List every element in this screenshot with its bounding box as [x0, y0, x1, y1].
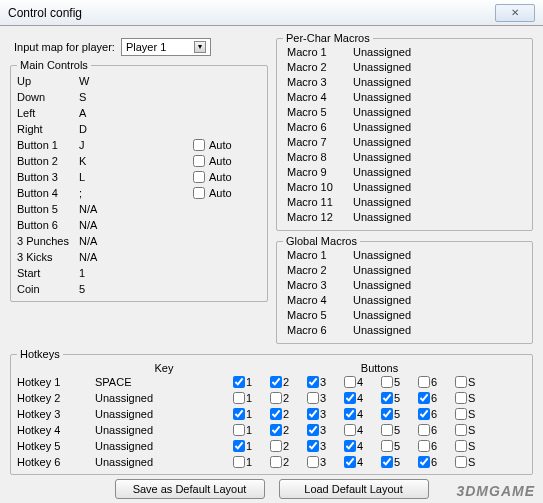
control-value[interactable]: N/A	[79, 219, 137, 231]
auto-checkbox[interactable]	[193, 139, 205, 151]
hotkey-btn-checkbox[interactable]	[418, 456, 430, 468]
hotkey-btn-checkbox[interactable]	[270, 408, 282, 420]
hotkey-btn-checkbox[interactable]	[418, 440, 430, 452]
macro-row[interactable]: Macro 12 Unassigned	[283, 211, 526, 226]
control-value[interactable]: N/A	[79, 235, 137, 247]
hotkey-btn-checkbox[interactable]	[418, 392, 430, 404]
control-value[interactable]: A	[79, 107, 137, 119]
control-value[interactable]: W	[79, 75, 137, 87]
hotkey-btn-checkbox[interactable]	[344, 424, 356, 436]
macro-row[interactable]: Macro 6 Unassigned	[283, 121, 526, 136]
macro-row[interactable]: Macro 3 Unassigned	[283, 76, 526, 91]
hotkey-btn-checkbox[interactable]	[381, 424, 393, 436]
hotkey-btn-checkbox[interactable]	[233, 376, 245, 388]
control-value[interactable]: 1	[79, 267, 137, 279]
hotkey-btn-checkbox[interactable]	[307, 456, 319, 468]
hotkey-key[interactable]: Unassigned	[95, 456, 233, 468]
control-value[interactable]: 5	[79, 283, 137, 295]
macro-row[interactable]: Macro 6 Unassigned	[283, 324, 526, 339]
hotkey-btn-checkbox[interactable]	[418, 424, 430, 436]
macro-row[interactable]: Macro 5 Unassigned	[283, 309, 526, 324]
hotkey-btn-checkbox[interactable]	[270, 392, 282, 404]
hotkey-btn-label: 5	[394, 408, 400, 420]
hotkey-btn-checkbox[interactable]	[455, 440, 467, 452]
hotkey-btn-checkbox[interactable]	[418, 376, 430, 388]
auto-checkbox[interactable]	[193, 155, 205, 167]
control-value[interactable]: S	[79, 91, 137, 103]
macro-row[interactable]: Macro 4 Unassigned	[283, 91, 526, 106]
hotkey-row: Hotkey 4 Unassigned 123456S	[17, 422, 526, 438]
hotkey-btn-checkbox[interactable]	[270, 456, 282, 468]
macro-label: Macro 9	[283, 166, 353, 181]
control-label: 3 Punches	[17, 235, 79, 247]
load-default-button[interactable]: Load Default Layout	[279, 479, 429, 499]
hotkey-btn-checkbox[interactable]	[344, 408, 356, 420]
macro-row[interactable]: Macro 7 Unassigned	[283, 136, 526, 151]
control-value[interactable]: D	[79, 123, 137, 135]
control-label: Button 4	[17, 187, 79, 199]
macro-row[interactable]: Macro 5 Unassigned	[283, 106, 526, 121]
hotkey-btn-checkbox[interactable]	[233, 440, 245, 452]
hotkey-btn-checkbox[interactable]	[270, 376, 282, 388]
macro-row[interactable]: Macro 1 Unassigned	[283, 46, 526, 61]
control-value[interactable]: N/A	[79, 203, 137, 215]
hotkey-btn-checkbox[interactable]	[344, 392, 356, 404]
macro-row[interactable]: Macro 2 Unassigned	[283, 61, 526, 76]
save-default-button[interactable]: Save as Default Layout	[115, 479, 265, 499]
hotkey-btn-checkbox[interactable]	[233, 392, 245, 404]
hotkey-btn-checkbox[interactable]	[381, 456, 393, 468]
hotkey-buttons: 123456S	[233, 408, 483, 420]
hotkey-btn-label: S	[468, 408, 475, 420]
hotkey-btn-checkbox[interactable]	[307, 392, 319, 404]
hotkey-btn-checkbox[interactable]	[455, 376, 467, 388]
control-label: Button 3	[17, 171, 79, 183]
hotkey-btn-checkbox[interactable]	[381, 376, 393, 388]
hotkey-key[interactable]: Unassigned	[95, 424, 233, 436]
hotkey-btn-checkbox[interactable]	[344, 376, 356, 388]
hotkey-btn-checkbox[interactable]	[233, 424, 245, 436]
auto-checkbox[interactable]	[193, 187, 205, 199]
macro-row[interactable]: Macro 1 Unassigned	[283, 249, 526, 264]
macro-row[interactable]: Macro 8 Unassigned	[283, 151, 526, 166]
hotkey-btn-checkbox[interactable]	[307, 376, 319, 388]
hotkey-btn-checkbox[interactable]	[381, 408, 393, 420]
hotkey-btn-checkbox[interactable]	[344, 456, 356, 468]
hotkey-btn-checkbox[interactable]	[307, 408, 319, 420]
player-select[interactable]: Player 1 ▾	[121, 38, 211, 56]
macro-row[interactable]: Macro 11 Unassigned	[283, 196, 526, 211]
close-icon[interactable]: ✕	[495, 4, 535, 22]
control-value[interactable]: N/A	[79, 251, 137, 263]
macro-row[interactable]: Macro 2 Unassigned	[283, 264, 526, 279]
hotkey-btn-checkbox[interactable]	[307, 424, 319, 436]
hotkey-btn-checkbox[interactable]	[455, 456, 467, 468]
macro-row[interactable]: Macro 9 Unassigned	[283, 166, 526, 181]
control-value[interactable]: L	[79, 171, 137, 183]
hotkey-btn-label: 6	[431, 424, 437, 436]
hotkey-btn-checkbox[interactable]	[270, 424, 282, 436]
hotkey-btn-checkbox[interactable]	[270, 440, 282, 452]
hotkey-btn-checkbox[interactable]	[381, 392, 393, 404]
macro-value: Unassigned	[353, 181, 411, 196]
hotkey-btn-checkbox[interactable]	[455, 424, 467, 436]
hotkey-key[interactable]: SPACE	[95, 376, 233, 388]
hotkey-btn-checkbox[interactable]	[418, 408, 430, 420]
hotkey-btn-checkbox[interactable]	[307, 440, 319, 452]
hotkey-btn-checkbox[interactable]	[233, 408, 245, 420]
hotkey-key[interactable]: Unassigned	[95, 440, 233, 452]
control-value[interactable]: K	[79, 155, 137, 167]
auto-checkbox[interactable]	[193, 171, 205, 183]
control-value[interactable]: J	[79, 139, 137, 151]
control-label: Down	[17, 91, 79, 103]
control-value[interactable]: ;	[79, 187, 137, 199]
hotkey-btn-checkbox[interactable]	[344, 440, 356, 452]
hotkey-btn-checkbox[interactable]	[455, 408, 467, 420]
macro-row[interactable]: Macro 3 Unassigned	[283, 279, 526, 294]
macro-row[interactable]: Macro 4 Unassigned	[283, 294, 526, 309]
hotkey-key[interactable]: Unassigned	[95, 408, 233, 420]
hotkey-key[interactable]: Unassigned	[95, 392, 233, 404]
hotkey-btn-label: 5	[394, 392, 400, 404]
hotkey-btn-checkbox[interactable]	[381, 440, 393, 452]
hotkey-btn-checkbox[interactable]	[233, 456, 245, 468]
macro-row[interactable]: Macro 10 Unassigned	[283, 181, 526, 196]
hotkey-btn-checkbox[interactable]	[455, 392, 467, 404]
